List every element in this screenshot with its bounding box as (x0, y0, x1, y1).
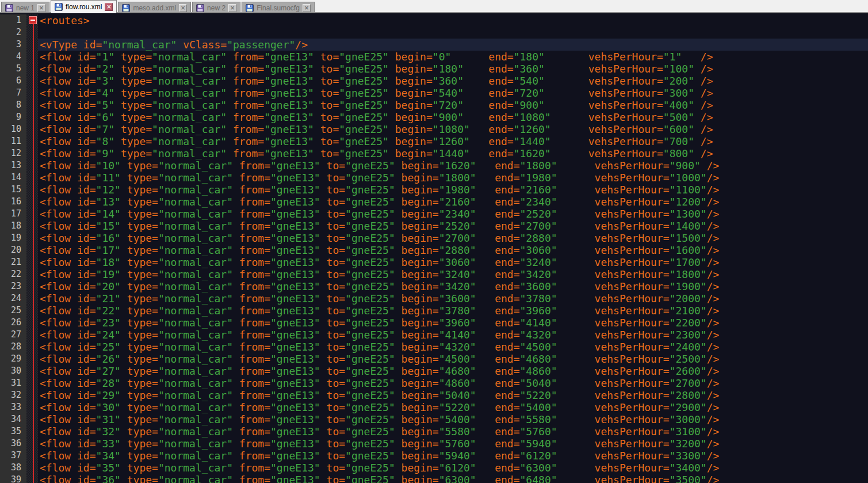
code-line[interactable]: 29<flow id="26" type="normal_car" from="… (0, 353, 868, 365)
code-line[interactable]: 17<flow id="14" type="normal_car" from="… (0, 208, 868, 220)
line-number: 29 (0, 353, 26, 365)
fold-margin (26, 317, 38, 329)
line-code: <flow id="25" type="normal_car" from="gn… (38, 341, 868, 353)
line-code: <flow id="12" type="normal_car" from="gn… (38, 184, 868, 196)
code-line[interactable]: 27<flow id="24" type="normal_car" from="… (0, 329, 868, 341)
line-code: <flow id="31" type="normal_car" from="gn… (38, 413, 868, 425)
line-number: 11 (0, 135, 26, 147)
fold-margin (26, 450, 38, 462)
line-number: 14 (0, 172, 26, 184)
line-number: 27 (0, 329, 26, 341)
code-line[interactable]: 26<flow id="23" type="normal_car" from="… (0, 317, 868, 329)
fold-margin (26, 244, 38, 256)
code-line[interactable]: 8<flow id="5" type="normal_car" from="gn… (0, 99, 868, 111)
fold-margin (26, 51, 38, 63)
code-line[interactable]: 1<routes> (0, 14, 868, 26)
tab-flow-rou-xml[interactable]: flow.rou.xml× (51, 0, 117, 13)
fold-margin (26, 232, 38, 244)
code-line[interactable]: 19<flow id="16" type="normal_car" from="… (0, 232, 868, 244)
line-code: <flow id="4" type="normal_car" from="gne… (38, 87, 868, 99)
line-code: <flow id="16" type="normal_car" from="gn… (38, 232, 868, 244)
line-code: <flow id="6" type="normal_car" from="gne… (38, 111, 868, 123)
code-line[interactable]: 38<flow id="35" type="normal_car" from="… (0, 462, 868, 474)
tab-close-icon[interactable]: × (179, 4, 187, 12)
line-number: 39 (0, 474, 26, 483)
code-line[interactable]: 28<flow id="25" type="normal_car" from="… (0, 341, 868, 353)
line-number: 3 (0, 39, 26, 51)
code-line[interactable]: 4<flow id="1" type="normal_car" from="gn… (0, 51, 868, 63)
code-line[interactable]: 34<flow id="31" type="normal_car" from="… (0, 413, 868, 425)
fold-margin (26, 196, 38, 208)
line-number: 26 (0, 317, 26, 329)
line-code: <flow id="27" type="normal_car" from="gn… (38, 365, 868, 377)
tab-label: new 2 (207, 4, 225, 12)
code-line[interactable]: 31<flow id="28" type="normal_car" from="… (0, 377, 868, 389)
code-line[interactable]: 6<flow id="3" type="normal_car" from="gn… (0, 75, 868, 87)
line-number: 5 (0, 63, 26, 75)
line-number: 2 (0, 26, 26, 39)
code-line[interactable]: 2 (0, 26, 868, 39)
tab-label: Final.sumocfg (257, 4, 300, 12)
tab-close-icon[interactable]: × (105, 3, 113, 11)
tab-new-1[interactable]: new 1× (1, 2, 49, 13)
line-code: <flow id="32" type="normal_car" from="gn… (38, 425, 868, 438)
code-line[interactable]: 30<flow id="27" type="normal_car" from="… (0, 365, 868, 377)
code-line[interactable]: 18<flow id="15" type="normal_car" from="… (0, 220, 868, 232)
line-code: <flow id="11" type="normal_car" from="gn… (38, 172, 868, 184)
line-code: <flow id="3" type="normal_car" from="gne… (38, 75, 868, 87)
line-code: <flow id="21" type="normal_car" from="gn… (38, 292, 868, 305)
line-number: 34 (0, 413, 26, 425)
code-line[interactable]: 37<flow id="34" type="normal_car" from="… (0, 450, 868, 462)
code-line[interactable]: 39<flow id="36" type="normal_car" from="… (0, 474, 868, 483)
line-number: 12 (0, 147, 26, 159)
code-line[interactable]: 12<flow id="9" type="normal_car" from="g… (0, 147, 868, 159)
code-line[interactable]: 11<flow id="8" type="normal_car" from="g… (0, 135, 868, 147)
fold-margin (26, 377, 38, 389)
code-line[interactable]: 32<flow id="29" type="normal_car" from="… (0, 389, 868, 401)
fold-margin (26, 438, 38, 450)
fold-margin (26, 280, 38, 292)
code-line[interactable]: 25<flow id="22" type="normal_car" from="… (0, 305, 868, 317)
code-line[interactable]: 3<vType id="normal_car" vClass="passenge… (0, 39, 868, 51)
code-line[interactable]: 14<flow id="11" type="normal_car" from="… (0, 172, 868, 184)
code-line[interactable]: 10<flow id="7" type="normal_car" from="g… (0, 123, 868, 135)
code-line[interactable]: 35<flow id="32" type="normal_car" from="… (0, 425, 868, 438)
code-line[interactable]: 5<flow id="2" type="normal_car" from="gn… (0, 63, 868, 75)
tab-meso-add-xml[interactable]: meso.add.xml× (118, 2, 191, 13)
code-line[interactable]: 16<flow id="13" type="normal_car" from="… (0, 196, 868, 208)
code-line[interactable]: 13<flow id="10" type="normal_car" from="… (0, 159, 868, 172)
code-line[interactable]: 7<flow id="4" type="normal_car" from="gn… (0, 87, 868, 99)
code-line[interactable]: 36<flow id="33" type="normal_car" from="… (0, 438, 868, 450)
fold-collapse-icon[interactable] (29, 16, 37, 24)
tab-final-sumocfg[interactable]: Final.sumocfg× (242, 2, 315, 13)
fold-margin (26, 99, 38, 111)
line-number: 23 (0, 280, 26, 292)
tab-close-icon[interactable]: × (303, 4, 311, 12)
code-editor[interactable]: 1<routes>23<vType id="normal_car" vClass… (0, 13, 868, 483)
tab-new-2[interactable]: new 2× (192, 2, 240, 13)
tab-label: new 1 (16, 4, 35, 12)
line-number: 1 (0, 14, 26, 26)
code-line[interactable]: 33<flow id="30" type="normal_car" from="… (0, 401, 868, 413)
code-lines: 1<routes>23<vType id="normal_car" vClass… (0, 14, 868, 483)
code-line[interactable]: 22<flow id="19" type="normal_car" from="… (0, 268, 868, 280)
line-code: <flow id="19" type="normal_car" from="gn… (38, 268, 868, 280)
tab-close-icon[interactable]: × (37, 4, 45, 12)
line-number: 4 (0, 51, 26, 63)
fold-margin (26, 159, 38, 172)
code-line[interactable]: 24<flow id="21" type="normal_car" from="… (0, 292, 868, 305)
line-number: 28 (0, 341, 26, 353)
line-code: <flow id="18" type="normal_car" from="gn… (38, 256, 868, 268)
fold-margin (26, 39, 38, 51)
code-line[interactable]: 9<flow id="6" type="normal_car" from="gn… (0, 111, 868, 123)
code-line[interactable]: 21<flow id="18" type="normal_car" from="… (0, 256, 868, 268)
fold-margin (26, 329, 38, 341)
fold-margin (26, 389, 38, 401)
code-line[interactable]: 20<flow id="17" type="normal_car" from="… (0, 244, 868, 256)
code-line[interactable]: 15<flow id="12" type="normal_car" from="… (0, 184, 868, 196)
code-line[interactable]: 23<flow id="20" type="normal_car" from="… (0, 280, 868, 292)
fold-margin (26, 63, 38, 75)
line-code: <flow id="33" type="normal_car" from="gn… (38, 438, 868, 450)
floppy-disk-icon (122, 4, 130, 12)
tab-close-icon[interactable]: × (228, 4, 236, 12)
